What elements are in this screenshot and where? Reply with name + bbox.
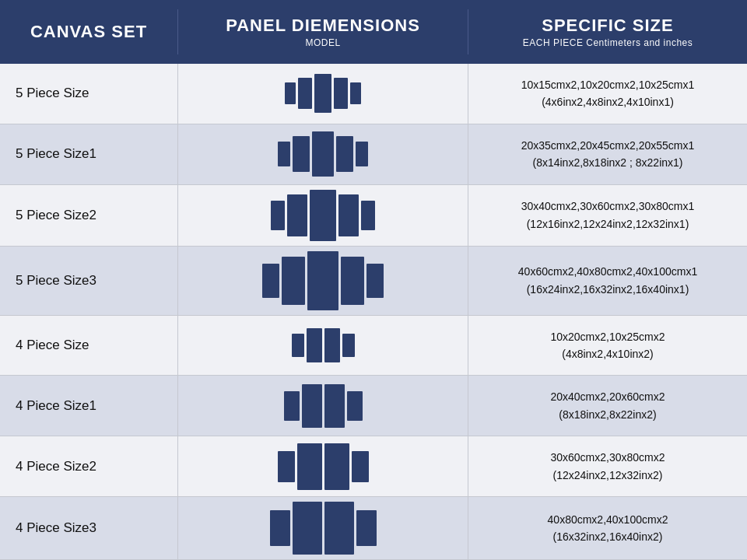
panel-diagram-cell <box>177 247 468 315</box>
panel-piece <box>338 194 359 236</box>
table-header: CANVAS SET PANEL DIEMENSIONS MODEL SPECI… <box>0 0 747 64</box>
panel-diagram <box>278 443 369 490</box>
panel-piece <box>287 194 307 236</box>
header-canvas-title: CANVAS SET <box>30 22 147 42</box>
canvas-label: 4 Piece Size3 <box>0 497 177 559</box>
panel-diagram-cell <box>177 497 468 559</box>
panel-diagram-cell <box>177 436 468 496</box>
spec-size-cell: 30x40cmx2,30x60cmx2,30x80cmx1(12x16inx2,… <box>468 185 747 246</box>
canvas-label: 4 Piece Size1 <box>0 376 177 436</box>
spec-size-cell: 10x15cmx2,10x20cmx2,10x25cmx1(4x6inx2,4x… <box>468 64 747 124</box>
canvas-label: 4 Piece Size <box>0 316 177 376</box>
panel-piece <box>293 136 310 172</box>
table-row: 4 Piece Size340x80cmx2,40x100cmx2(16x32i… <box>0 497 747 560</box>
panel-piece <box>324 384 345 428</box>
header-panel-subtitle: MODEL <box>305 37 340 48</box>
panel-piece <box>262 264 279 298</box>
spec-size-cell: 10x20cmx2,10x25cmx2(4x8inx2,4x10inx2) <box>468 316 747 376</box>
panel-piece <box>271 201 285 230</box>
spec-size-cell: 20x35cmx2,20x45cmx2,20x55cmx1(8x14inx2,8… <box>468 124 747 184</box>
panel-piece <box>310 190 336 241</box>
spec-line1: 30x40cmx2,30x60cmx2,30x80cmx1 <box>521 198 695 215</box>
panel-piece <box>336 136 353 172</box>
panel-piece <box>282 257 305 305</box>
header-specific-title: SPECIFIC SIZE <box>542 16 673 36</box>
table-row: 5 Piece Size120x35cmx2,20x45cmx2,20x55cm… <box>0 124 747 185</box>
spec-line2: (12x16inx2,12x24inx2,12x32inx1) <box>527 215 689 233</box>
spec-size-cell: 30x60cmx2,30x80cmx2(12x24inx2,12x32inx2) <box>468 436 747 496</box>
header-panel-dimensions: PANEL DIEMENSIONS MODEL <box>177 9 468 54</box>
panel-piece <box>352 451 369 482</box>
panel-piece <box>342 334 355 357</box>
panel-piece <box>356 142 368 166</box>
panel-diagram <box>278 131 368 177</box>
panel-diagram-cell <box>177 124 468 184</box>
panel-diagram-cell <box>177 64 468 124</box>
panel-piece <box>314 74 331 113</box>
canvas-label: 5 Piece Size2 <box>0 185 177 246</box>
spec-line2: (16x32inx2,16x40inx2) <box>553 528 663 545</box>
spec-line2: (4x6inx2,4x8inx2,4x10inx1) <box>542 93 674 110</box>
header-panel-title: PANEL DIEMENSIONS <box>226 16 420 36</box>
spec-line1: 20x40cmx2,20x60cmx2 <box>550 388 665 405</box>
panel-piece <box>324 443 349 490</box>
panel-diagram <box>271 190 375 241</box>
panel-piece <box>350 82 361 104</box>
panel-diagram <box>284 384 363 428</box>
table-row: 4 Piece Size120x40cmx2,20x60cmx2(8x18inx… <box>0 376 747 436</box>
spec-line1: 20x35cmx2,20x45cmx2,20x55cmx1 <box>521 137 695 154</box>
spec-size-cell: 40x80cmx2,40x100cmx2(16x32inx2,16x40inx2… <box>468 497 747 559</box>
table-row: 5 Piece Size230x40cmx2,30x60cmx2,30x80cm… <box>0 185 747 247</box>
panel-diagram <box>292 328 355 362</box>
canvas-label: 5 Piece Size1 <box>0 124 177 184</box>
panel-piece <box>278 451 295 482</box>
spec-line2: (16x24inx2,16x32inx2,16x40inx1) <box>527 281 689 298</box>
spec-line1: 10x15cmx2,10x20cmx2,10x25cmx1 <box>521 76 695 93</box>
panel-piece <box>356 510 377 546</box>
panel-piece <box>347 391 363 421</box>
panel-piece <box>307 328 322 362</box>
panel-piece <box>284 391 300 421</box>
panel-diagram <box>285 74 361 113</box>
panel-piece <box>366 264 384 298</box>
spec-line2: (12x24inx2,12x32inx2) <box>553 467 663 484</box>
panel-piece <box>285 82 296 104</box>
table-row: 5 Piece Size10x15cmx2,10x20cmx2,10x25cmx… <box>0 64 747 124</box>
spec-line2: (8x18inx2,8x22inx2) <box>559 406 656 423</box>
spec-line1: 10x20cmx2,10x25cmx2 <box>550 328 665 345</box>
table-body: 5 Piece Size10x15cmx2,10x20cmx2,10x25cmx… <box>0 64 747 560</box>
spec-line1: 40x80cmx2,40x100cmx2 <box>548 511 668 528</box>
panel-piece <box>302 384 322 428</box>
header-specific-subtitle: EACH PIECE Centimeters and inches <box>523 37 693 48</box>
spec-size-cell: 20x40cmx2,20x60cmx2(8x18inx2,8x22inx2) <box>468 376 747 436</box>
panel-piece <box>361 201 375 230</box>
panel-piece <box>324 328 340 362</box>
canvas-label: 5 Piece Size3 <box>0 247 177 315</box>
header-specific-size: SPECIFIC SIZE EACH PIECE Centimeters and… <box>468 9 747 54</box>
canvas-label: 4 Piece Size2 <box>0 436 177 496</box>
panel-piece <box>334 78 348 109</box>
spec-line2: (8x14inx2,8x18inx2 ; 8x22inx1) <box>532 154 682 171</box>
panel-piece <box>270 510 290 546</box>
header-canvas-set: CANVAS SET <box>0 16 177 48</box>
panel-diagram-cell <box>177 185 468 246</box>
panel-piece <box>293 502 322 555</box>
panel-piece <box>307 251 338 310</box>
spec-line2: (4x8inx2,4x10inx2) <box>562 345 654 362</box>
panel-piece <box>292 334 304 357</box>
panel-piece <box>324 502 354 555</box>
canvas-table: CANVAS SET PANEL DIEMENSIONS MODEL SPECI… <box>0 0 747 560</box>
table-row: 4 Piece Size230x60cmx2,30x80cmx2(12x24in… <box>0 436 747 497</box>
panel-piece <box>297 443 322 490</box>
panel-piece <box>341 257 364 305</box>
canvas-label: 5 Piece Size <box>0 64 177 124</box>
panel-diagram <box>270 502 377 555</box>
panel-piece <box>278 142 290 166</box>
panel-piece <box>312 131 334 177</box>
table-row: 4 Piece Size10x20cmx2,10x25cmx2(4x8inx2,… <box>0 316 747 376</box>
panel-piece <box>298 78 312 109</box>
panel-diagram-cell <box>177 316 468 376</box>
panel-diagram <box>262 251 384 310</box>
table-row: 5 Piece Size340x60cmx2,40x80cmx2,40x100c… <box>0 247 747 316</box>
spec-line1: 30x60cmx2,30x80cmx2 <box>550 449 665 466</box>
